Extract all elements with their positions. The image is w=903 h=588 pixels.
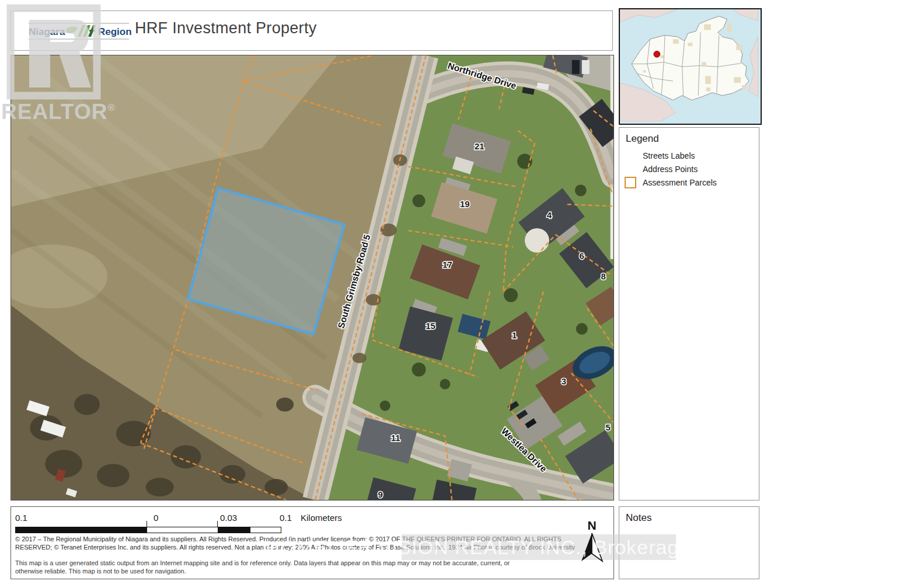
realtor-logo-r [29, 20, 91, 88]
brokerage-watermark-text: HOMELIFE/VISION REALTY INC., Brokerage [266, 536, 677, 559]
scale-label-right: 0.1 [280, 513, 292, 523]
address-point: 17 [442, 260, 452, 270]
scale-tick [217, 521, 218, 527]
north-arrow-label: N [587, 519, 596, 532]
map-export-page: Niagara Region HRF Investment Property [0, 0, 903, 588]
address-point: 21 [475, 141, 484, 151]
legend-item-address-points: Address Points [643, 164, 698, 174]
scale-label-zero: 0 [154, 513, 158, 523]
realtor-watermark: REALTOR® [1, 1, 121, 127]
address-point: 6 [580, 251, 584, 261]
address-point: 19 [460, 199, 470, 209]
legend-item-streets-labels: Streets Labels [643, 151, 695, 160]
assessment-parcels-swatch-icon [625, 177, 636, 188]
legend-item-assessment-parcels: Assessment Parcels [643, 178, 717, 187]
scale-label-left: 0.1 [15, 513, 27, 523]
overview-inset-map [619, 8, 762, 125]
scale-tick [147, 521, 147, 527]
address-point: 11 [391, 433, 400, 443]
address-point: 4 [547, 210, 552, 220]
scale-label-003: 0.03 [220, 513, 237, 523]
realtor-watermark-word: REALTOR® [1, 100, 116, 124]
scale-unit-label: Kilometers [301, 513, 342, 523]
scale-segment [16, 527, 147, 533]
scale-segment [218, 527, 250, 533]
inset-canvas [620, 9, 758, 121]
scale-segment [250, 527, 281, 533]
legend-panel: Legend Streets Labels Address Points Ass… [619, 127, 759, 501]
legend-title: Legend [619, 128, 759, 145]
address-point: 5 [606, 422, 611, 432]
address-point: 15 [426, 321, 435, 331]
scale-bar [15, 527, 281, 533]
registered-mark: ® [107, 102, 116, 113]
address-point: 8 [601, 271, 606, 281]
address-point: 3 [562, 376, 566, 386]
disclaimer-text: This map is a user generated static outp… [15, 559, 529, 575]
inset-location-dot [654, 51, 660, 57]
scale-segment [147, 527, 218, 533]
address-point: 9 [378, 489, 383, 499]
page-title: HRF Investment Property [135, 19, 317, 37]
notes-title: Notes [619, 507, 759, 524]
address-point: 1 [512, 330, 517, 340]
